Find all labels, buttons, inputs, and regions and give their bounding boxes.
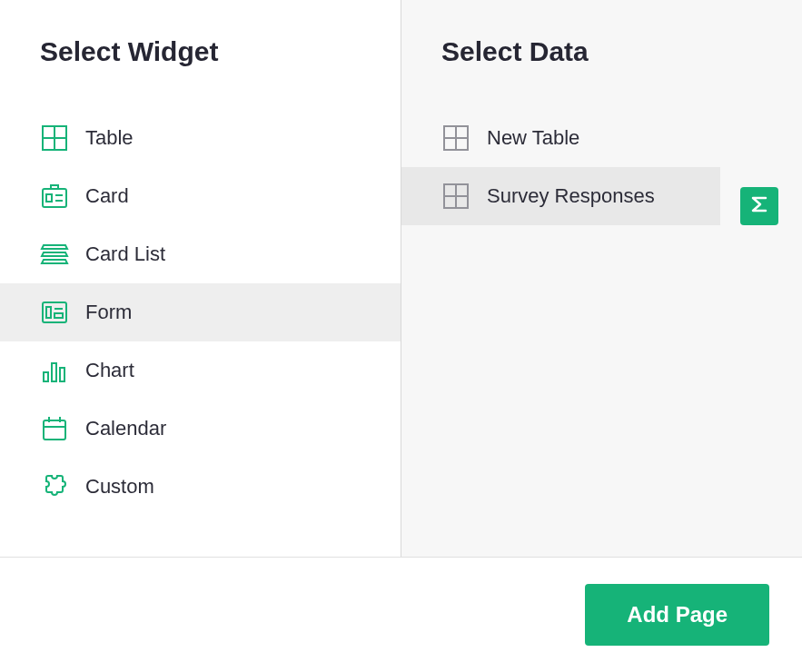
svg-rect-4 — [46, 194, 52, 202]
widget-item-cardlist[interactable]: Card List — [0, 225, 401, 283]
add-page-button[interactable]: Add Page — [585, 584, 769, 646]
summary-button[interactable] — [740, 187, 778, 225]
widget-item-form[interactable]: Form — [0, 283, 401, 341]
widget-item-custom[interactable]: Custom — [0, 458, 401, 516]
card-icon — [40, 182, 69, 211]
chart-icon — [40, 356, 69, 385]
widget-item-label: Custom — [85, 475, 154, 499]
widget-item-label: Chart — [85, 359, 134, 382]
svg-rect-13 — [60, 368, 64, 381]
widget-item-label: Form — [85, 301, 132, 324]
data-item-label: Survey Responses — [487, 184, 655, 208]
widget-item-calendar[interactable]: Calendar — [0, 400, 401, 458]
cardlist-icon — [40, 240, 69, 269]
footer: Add Page — [0, 558, 802, 672]
table-icon — [441, 124, 470, 153]
svg-rect-11 — [44, 372, 48, 381]
calendar-icon — [40, 414, 69, 443]
form-icon — [40, 298, 69, 327]
custom-icon — [40, 472, 69, 501]
widget-item-chart[interactable]: Chart — [0, 341, 401, 400]
svg-rect-10 — [54, 313, 63, 318]
widget-item-label: Card List — [85, 242, 165, 266]
widget-item-card[interactable]: Card — [0, 167, 401, 225]
widget-item-label: Card — [85, 184, 129, 208]
select-widget-panel: Select Widget Table — [0, 0, 401, 557]
data-item-survey-responses[interactable]: Survey Responses — [401, 167, 720, 225]
select-data-panel: Select Data New Table — [401, 0, 802, 557]
select-data-title: Select Data — [401, 36, 802, 109]
widget-item-table[interactable]: Table — [0, 109, 401, 167]
svg-rect-12 — [52, 363, 56, 381]
table-icon — [40, 124, 69, 153]
data-item-label: New Table — [487, 126, 579, 150]
svg-rect-14 — [44, 420, 65, 440]
table-icon — [441, 182, 470, 211]
select-widget-title: Select Widget — [0, 36, 401, 109]
svg-rect-8 — [46, 307, 51, 318]
sigma-icon — [748, 193, 770, 219]
data-item-new-table[interactable]: New Table — [401, 109, 720, 167]
widget-item-label: Table — [85, 126, 134, 150]
widget-item-label: Calendar — [85, 417, 166, 440]
